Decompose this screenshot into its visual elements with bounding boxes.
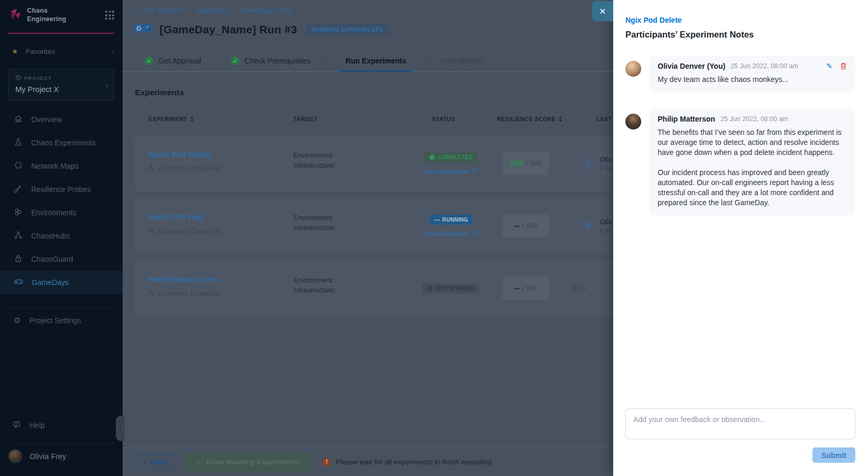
avatar: O xyxy=(582,219,595,232)
sidebar-item-gamedays[interactable]: GameDays xyxy=(0,271,123,294)
breadcrumb-separator: › xyxy=(189,6,191,14)
last-updated-na: N / A xyxy=(572,260,586,316)
experiment-name-link[interactable]: Node Memory Loss xyxy=(149,275,219,283)
experiment-hub: Enterprise ChaosHub xyxy=(147,227,221,235)
edit-comment-icon[interactable]: ✎ xyxy=(826,62,833,70)
close-icon: × xyxy=(599,5,606,17)
hub-icon xyxy=(147,164,154,173)
sidebar-item-chaosguard[interactable]: ChaosGuard xyxy=(0,248,123,271)
sidebar: Chaos Engineering ★ Favorites › PROJECT … xyxy=(0,0,123,476)
column-header-experiment[interactable]: EXPERIMENT xyxy=(149,116,193,122)
footer-warning: ! Please wait for all experiments to fin… xyxy=(322,458,494,466)
step-run-experiments[interactable]: Run Experiments xyxy=(339,51,412,72)
chevron-right-icon: › xyxy=(112,47,114,56)
experiment-notes-drawer: × Ngix Pod Delete Participants’ Experime… xyxy=(613,0,868,476)
column-header-status[interactable]: STATUS xyxy=(432,116,455,122)
comment: Philip Matterson 25 Jun 2022, 08:00 am T… xyxy=(625,108,855,215)
project-name: My Project X xyxy=(15,85,107,94)
submit-button[interactable]: Submit xyxy=(812,447,855,463)
sidebar-item-chaoshubs[interactable]: ChaosHubs xyxy=(0,224,123,248)
step-separator-icon: > xyxy=(324,51,328,71)
sidebar-item-network-maps[interactable]: Network Maps xyxy=(0,154,123,178)
user-name: Olivia Frey xyxy=(30,452,66,461)
column-header-last[interactable]: LAST xyxy=(596,116,612,122)
page-title: [GameDay_Name] Run #3 xyxy=(160,23,297,36)
feedback-input[interactable] xyxy=(625,408,855,440)
project-label: PROJECT xyxy=(24,75,52,81)
chevron-right-icon: › xyxy=(106,80,108,89)
back-button[interactable]: ‹ Back xyxy=(135,454,176,471)
breadcrumb-separator: › xyxy=(234,6,236,14)
project-selector[interactable]: PROJECT My Project X › xyxy=(8,69,114,100)
sidebar-divider xyxy=(8,308,114,308)
breadcrumb-item[interactable]: GameDays xyxy=(196,6,230,14)
status-badge-running: ⋯ RUNNING xyxy=(429,215,473,225)
external-link-icon xyxy=(472,168,477,175)
help-chat-icon xyxy=(13,420,21,431)
delete-comment-icon[interactable] xyxy=(840,62,847,70)
sidebar-item-help[interactable]: Help xyxy=(0,416,123,435)
sidebar-item-project-settings[interactable]: ⚙ Project Settings xyxy=(0,309,123,332)
sidebar-item-environments[interactable]: Environments xyxy=(0,201,123,224)
chevron-left-icon: ‹ xyxy=(119,425,121,433)
step-post-mortem[interactable]: Post-Mortem xyxy=(440,51,484,71)
comment-author: Philip Matterson xyxy=(658,115,715,123)
hub-icon xyxy=(147,227,154,235)
flask-icon xyxy=(14,138,23,148)
home-icon xyxy=(14,114,23,125)
external-link-icon xyxy=(472,231,477,237)
gear-icon: ⚙ xyxy=(14,316,21,325)
check-circle-icon: ✓ xyxy=(231,57,239,65)
check-icon: ✓ xyxy=(196,458,201,466)
page-header: [GameDay_Name] Run #3 RUNNING EXPERIMENT… xyxy=(133,22,389,36)
drawer-title: Participants’ Experiment Notes xyxy=(625,30,754,40)
chevron-left-icon: ‹ xyxy=(143,458,146,466)
sidebar-collapse-handle[interactable]: ‹ xyxy=(116,416,125,441)
sidebar-item-resilience-probes[interactable]: Resilience Probes xyxy=(0,178,123,201)
circle-icon xyxy=(14,161,23,171)
app-header: Chaos Engineering xyxy=(0,0,123,28)
user-avatar xyxy=(8,450,22,463)
sidebar-item-overview[interactable]: Overview xyxy=(0,108,123,131)
avatar: O xyxy=(582,157,595,170)
breadcrumb: My Project X › GameDays › GameDay_Name xyxy=(135,6,293,14)
sidebar-divider xyxy=(8,443,114,444)
sort-icon xyxy=(190,116,193,122)
warning-icon: ! xyxy=(322,458,331,466)
exclamation-circle-icon: ! xyxy=(427,286,433,291)
step-check-prerequisites[interactable]: ✓ Check Prerequisites xyxy=(230,51,312,71)
user-profile[interactable]: Olivia Frey xyxy=(8,450,66,463)
experiment-name-link[interactable]: Node CPU Hog xyxy=(149,213,203,221)
sidebar-item-chaos-experiments[interactable]: Chaos Experiments xyxy=(0,131,123,154)
column-header-resilience-score[interactable]: RESILIENCE SCORE xyxy=(497,116,562,122)
avatar xyxy=(625,114,641,130)
breadcrumb-item[interactable]: GameDay_Name xyxy=(241,6,293,14)
view-execution-link[interactable]: View Execution xyxy=(424,168,477,175)
resilience-score: 100 / 100 xyxy=(502,152,549,175)
column-header-target[interactable]: TARGET xyxy=(293,116,317,122)
last-updated: O Oliv 2 da xyxy=(582,198,612,254)
status-badge-not-started: ! NOT STARTED xyxy=(422,283,480,294)
experiment-name-link[interactable]: Nginx Pod Delete xyxy=(149,150,211,159)
breadcrumb-item[interactable]: My Project X xyxy=(146,6,185,14)
sidebar-item-favorites[interactable]: ★ Favorites › xyxy=(0,44,123,58)
step-separator-icon: > xyxy=(214,51,218,71)
chaos-engineering-logo-icon xyxy=(8,7,22,23)
drawer-experiment-link[interactable]: Ngix Pod Delete xyxy=(625,16,682,24)
test-tube-icon xyxy=(14,184,23,195)
status-badge-completed: ✓ COMPLETED xyxy=(424,152,477,162)
experiment-hub: Enterprise ChaosHub xyxy=(147,289,221,298)
comment-text: My dev team acts like chaos monkeys... xyxy=(658,75,847,85)
gamepad-icon xyxy=(14,277,23,288)
app-switcher-grid-icon[interactable] xyxy=(105,11,114,20)
close-drawer-button[interactable]: × xyxy=(592,1,613,21)
step-get-approval[interactable]: ✓ Get Approval xyxy=(144,51,202,71)
done-running-experiments-button[interactable]: ✓ Done Running Experiments xyxy=(185,453,310,471)
experiments-section-title: Experiments xyxy=(135,88,184,97)
hub-network-icon xyxy=(14,231,23,241)
comment-author: Olivia Denver (You) xyxy=(658,62,725,70)
gamepad-title-icon xyxy=(133,22,153,36)
view-execution-link[interactable]: View Execution xyxy=(424,231,477,237)
hub-icon xyxy=(147,289,154,298)
comment-timestamp: 25 Jun 2022, 08:00 am xyxy=(721,115,788,123)
